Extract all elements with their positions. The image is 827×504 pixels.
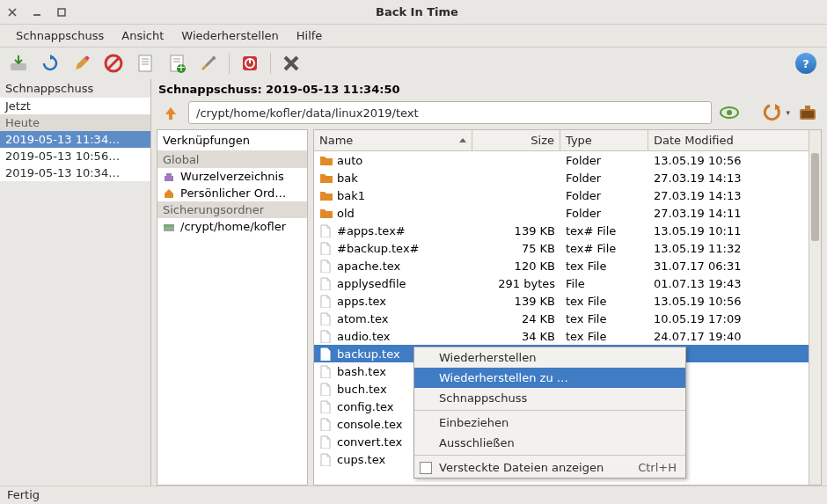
context-menu-item[interactable]: Einbeziehen [414,413,685,433]
file-date: 10.05.19 17:09 [648,312,809,325]
file-date: 27.03.19 14:13 [648,172,809,185]
edit-button[interactable] [69,50,95,77]
restore-button[interactable] [759,101,784,124]
context-menu: WiederherstellenWiederherstellen zu …Sch… [414,347,686,478]
file-name: cups.tex [337,453,385,466]
show-hidden-button[interactable] [717,101,742,124]
menu-snapshot[interactable]: Schnappschuss [7,26,113,45]
svg-point-24 [727,110,732,115]
svg-rect-28 [165,176,173,181]
refresh-button[interactable] [37,50,63,77]
context-menu-item[interactable]: Wiederherstellen [414,347,685,368]
toolbar: + ? [0,47,827,79]
shortcut-home[interactable]: Persönlicher Ord… [157,185,307,201]
file-type: tex# File [560,224,648,237]
menubar: Schnappschuss Ansicht Wiederherstellen H… [0,25,827,47]
file-name: auto [337,154,362,167]
sidebar-item-now[interactable]: Jetzt [0,98,150,114]
shortcuts-group-backup: Sicherungsordner [157,201,307,218]
file-icon [319,242,332,254]
column-size[interactable]: Size [472,130,560,150]
column-type[interactable]: Type [560,130,648,150]
file-size: 120 KB [472,259,560,273]
remove-button[interactable] [100,50,127,77]
maximize-icon[interactable] [56,7,67,18]
context-menu-label: Wiederherstellen zu … [439,371,568,384]
file-row[interactable]: bakFolder27.03.19 14:13 [314,169,809,186]
file-type: tex File [560,312,648,325]
scrollbar[interactable] [809,130,821,485]
snapshot-sidebar: Schnappschuss Jetzt Heute 2019-05-13 11:… [0,79,151,486]
log-last-button[interactable]: + [164,50,190,77]
minimize-icon[interactable] [32,7,42,18]
up-folder-button[interactable] [158,101,183,124]
titlebar: Back In Time [0,0,827,25]
window-title: Back In Time [67,5,767,18]
sidebar-item-snapshot[interactable]: 2019-05-13 10:34… [0,164,150,181]
file-type: Folder [560,172,648,185]
column-date[interactable]: Date Modified [648,130,809,150]
menu-view[interactable]: Ansicht [113,26,172,45]
file-type: tex File [560,259,648,273]
svg-point-17 [212,56,216,60]
shortcut-backup-path[interactable]: /crypt/home/kofler [157,218,307,235]
file-row[interactable]: #backup.tex#75 KBtex# File13.05.19 11:32 [314,239,809,257]
file-icon [319,435,332,448]
file-icon [319,224,332,237]
file-row[interactable]: oldFolder27.03.19 14:11 [314,204,809,222]
file-name: buch.tex [337,383,387,396]
file-icon [319,347,332,360]
file-date: 13.05.19 11:32 [648,242,809,255]
file-icon [319,295,332,307]
menu-restore[interactable]: Wiederherstellen [172,26,287,45]
file-row[interactable]: audio.tex34 KBtex File24.07.17 19:40 [314,327,809,345]
svg-text:+: + [177,61,186,73]
path-input[interactable] [188,101,712,124]
shortcut-root[interactable]: Wurzelverzeichnis [157,168,307,185]
file-size: 24 KB [472,312,560,325]
shutdown-button[interactable] [237,50,263,77]
log-button[interactable] [132,50,158,77]
sidebar-item-snapshot[interactable]: 2019-05-13 11:34… [0,131,150,148]
sidebar-item-snapshot[interactable]: 2019-05-13 10:56… [0,148,150,164]
file-icon [319,277,332,289]
file-row[interactable]: #apps.tex#139 KBtex# File13.05.19 10:11 [314,222,809,239]
file-size: 75 KB [472,242,560,255]
file-type: tex File [560,295,648,308]
file-row[interactable]: applysedfile291 bytesFile01.07.13 19:43 [314,274,809,292]
close-icon[interactable] [7,7,18,18]
file-icon [319,312,332,325]
context-menu-item[interactable]: Wiederherstellen zu … [414,368,685,388]
snapshots-button[interactable] [795,101,820,124]
column-name[interactable]: Name [314,130,472,150]
file-date: 27.03.19 14:11 [648,207,809,220]
exit-button[interactable] [278,50,304,77]
file-name: audio.tex [337,330,391,343]
file-icon [319,453,332,465]
context-menu-item[interactable]: Versteckte Dateien anzeigenCtrl+H [414,457,685,478]
file-icon [319,330,332,342]
file-row[interactable]: atom.tex24 KBtex File10.05.19 17:09 [314,310,809,327]
scroll-thumb[interactable] [811,153,819,241]
file-icon [319,259,332,272]
file-row[interactable]: bak1Folder27.03.19 14:13 [314,186,809,204]
context-menu-item[interactable]: Schnappschuss [414,388,685,408]
context-menu-item[interactable]: Ausschließen [414,433,685,453]
file-row[interactable]: apache.tex120 KBtex File31.07.17 06:31 [314,257,809,274]
context-menu-label: Einbeziehen [439,416,509,429]
svg-rect-8 [139,55,151,71]
help-button[interactable]: ? [795,53,816,74]
file-row[interactable]: autoFolder13.05.19 10:56 [314,151,809,169]
file-type: File [560,277,648,290]
file-date: 01.07.13 19:43 [648,277,809,290]
file-type: tex# File [560,242,648,255]
window-buttons [7,7,67,18]
file-name: #apps.tex# [337,224,406,237]
settings-button[interactable] [195,50,222,77]
svg-rect-3 [58,9,65,16]
menu-help[interactable]: Hilfe [288,26,332,45]
file-date: 13.05.19 10:56 [648,295,809,308]
file-row[interactable]: apps.tex139 KBtex File13.05.19 10:56 [314,292,809,310]
file-name: apps.tex [337,295,386,308]
take-snapshot-button[interactable] [5,50,32,77]
